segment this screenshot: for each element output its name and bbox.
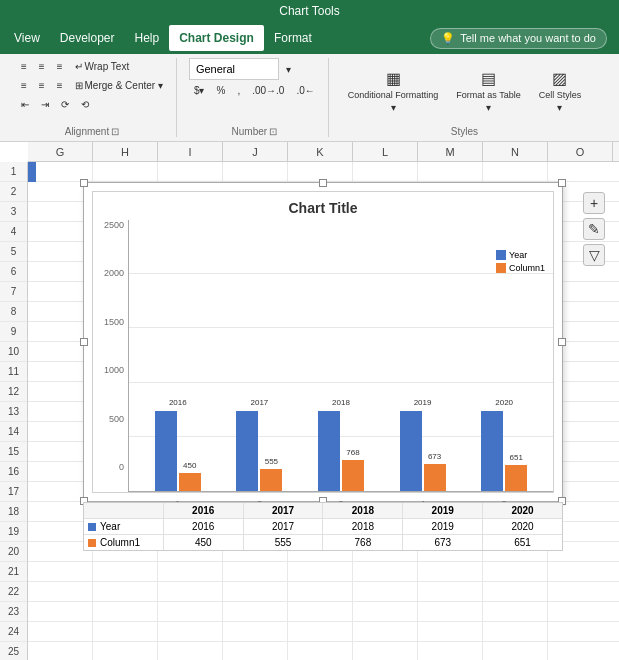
cell-m24[interactable] [418,622,483,642]
cell-l22[interactable] [353,582,418,602]
number-expander-icon[interactable]: ⊡ [269,126,277,137]
cell-h1[interactable] [93,162,158,182]
align-top-center-btn[interactable]: ≡ [34,58,50,75]
merge-center-btn[interactable]: ⊞ Merge & Center ▾ [70,77,168,94]
cell-g24[interactable] [28,622,93,642]
align-top-right-btn[interactable]: ≡ [52,58,68,75]
align-left-btn[interactable]: ≡ [16,77,32,94]
cell-n21[interactable] [483,562,548,582]
indent-less-btn[interactable]: ⇤ [16,96,34,113]
handle-top-left[interactable] [80,179,88,187]
cell-k24[interactable] [288,622,353,642]
cell-l21[interactable] [353,562,418,582]
number-format-input[interactable] [189,58,279,80]
cell-l23[interactable] [353,602,418,622]
cell-h25[interactable] [93,642,158,660]
cell-j22[interactable] [223,582,288,602]
align-top-left-btn[interactable]: ≡ [16,58,32,75]
add-element-btn[interactable]: + [583,192,605,214]
cell-m21[interactable] [418,562,483,582]
cell-h22[interactable] [93,582,158,602]
cell-m23[interactable] [418,602,483,622]
chart-styles-btn[interactable]: ✎ [583,218,605,240]
cell-g22[interactable] [28,582,93,602]
align-right-btn[interactable]: ≡ [52,77,68,94]
cell-n22[interactable] [483,582,548,602]
wrap-text-btn[interactable]: ↵ Alignment Wrap Text [70,58,135,75]
bar-year-5[interactable] [481,411,503,491]
menu-item-format[interactable]: Format [264,25,322,51]
increase-decimal-btn[interactable]: .00→.0 [247,82,289,99]
cell-k25[interactable] [288,642,353,660]
cell-j24[interactable] [223,622,288,642]
chart-filters-btn[interactable]: ▽ [583,244,605,266]
cell-m1[interactable] [418,162,483,182]
align-center-btn[interactable]: ≡ [34,77,50,94]
chart-container[interactable]: Chart Title 2500 2000 1500 1000 500 0 [83,182,563,502]
menu-item-developer[interactable]: Developer [50,25,125,51]
bar-col1-2[interactable]: 555 [260,469,282,491]
cell-i24[interactable] [158,622,223,642]
bar-year-2[interactable] [236,411,258,491]
cell-l24[interactable] [353,622,418,642]
indent-more-btn[interactable]: ⇥ [36,96,54,113]
cell-k23[interactable] [288,602,353,622]
ribbon-group-styles: ▦ Conditional Formatting ▾ ▤ Format as T… [333,58,596,137]
alignment-expander-icon[interactable]: ⊡ [111,126,119,137]
tell-me-input[interactable]: 💡 Tell me what you want to do [430,28,607,49]
cell-g21[interactable] [28,562,93,582]
handle-top-middle[interactable] [319,179,327,187]
cell-n25[interactable] [483,642,548,660]
percent-btn[interactable]: % [211,82,230,99]
format-as-table-btn[interactable]: ▤ Format as Table ▾ [449,61,527,121]
number-format-dropdown-btn[interactable]: ▾ [281,61,296,78]
cell-i22[interactable] [158,582,223,602]
menu-item-view[interactable]: View [4,25,50,51]
row-num-13: 13 [0,402,27,422]
conditional-formatting-btn[interactable]: ▦ Conditional Formatting ▾ [341,61,446,121]
bar-col1-1[interactable]: 450 [179,473,201,491]
cell-i23[interactable] [158,602,223,622]
cell-h21[interactable] [93,562,158,582]
cell-g23[interactable] [28,602,93,622]
currency-btn[interactable]: $▾ [189,82,210,99]
handle-middle-left[interactable] [80,338,88,346]
menu-item-chart-design[interactable]: Chart Design [169,25,264,51]
comma-btn[interactable]: , [232,82,245,99]
cell-h23[interactable] [93,602,158,622]
bar-year-3[interactable] [318,411,340,491]
bar-col1-5[interactable]: 651 [505,465,527,491]
text-direction-btn[interactable]: ⟳ [56,96,74,113]
cell-k22[interactable] [288,582,353,602]
cell-n24[interactable] [483,622,548,642]
handle-top-right[interactable] [558,179,566,187]
cell-h24[interactable] [93,622,158,642]
text-orient-btn[interactable]: ⟲ [76,96,94,113]
cell-j1[interactable] [223,162,288,182]
bar-year-4[interactable] [400,411,422,491]
rows-area: 1 2 3 4 5 6 7 8 9 10 11 12 13 14 15 16 1… [0,162,619,660]
cell-n1[interactable] [483,162,548,182]
cell-g25[interactable] [28,642,93,660]
number-label: Number ⊡ [232,126,278,137]
handle-middle-right[interactable] [558,338,566,346]
cell-j25[interactable] [223,642,288,660]
cell-k21[interactable] [288,562,353,582]
cell-m25[interactable] [418,642,483,660]
menu-item-help[interactable]: Help [125,25,170,51]
cell-l1[interactable] [353,162,418,182]
cell-i25[interactable] [158,642,223,660]
bar-col1-4[interactable]: 673 [424,464,446,491]
decrease-decimal-btn[interactable]: .0← [291,82,319,99]
bar-col1-3[interactable]: 768 [342,460,364,491]
cell-i21[interactable] [158,562,223,582]
cell-m22[interactable] [418,582,483,602]
cell-n23[interactable] [483,602,548,622]
chart-title[interactable]: Chart Title [93,192,553,220]
cell-styles-btn[interactable]: ▨ Cell Styles ▾ [532,61,589,121]
cell-j23[interactable] [223,602,288,622]
bar-year-1[interactable] [155,411,177,491]
cell-l25[interactable] [353,642,418,660]
cell-i1[interactable] [158,162,223,182]
cell-j21[interactable] [223,562,288,582]
